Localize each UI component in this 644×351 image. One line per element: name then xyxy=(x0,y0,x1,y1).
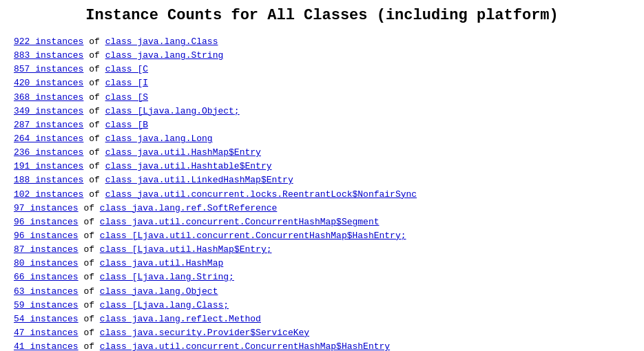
list-item: 63 instances of class java.lang.Object xyxy=(14,285,630,299)
class-link[interactable]: class java.lang.reflect.Method xyxy=(100,314,261,324)
list-item: 191 instances of class java.util.Hashtab… xyxy=(14,160,630,173)
list-item: 922 instances of class java.lang.Class xyxy=(14,35,630,49)
instance-count[interactable]: 96 instances xyxy=(14,231,79,241)
list-item: 264 instances of class java.lang.Long xyxy=(14,132,630,146)
instance-count[interactable]: 54 instances xyxy=(14,314,79,324)
instance-count[interactable]: 66 instances xyxy=(14,272,79,282)
class-link[interactable]: class [B xyxy=(105,120,148,130)
class-link[interactable]: class [Ljava.lang.Class; xyxy=(100,300,229,310)
list-item: 54 instances of class java.lang.reflect.… xyxy=(14,312,630,326)
of-label: of xyxy=(83,50,105,61)
list-item: 368 instances of class [S xyxy=(14,91,630,105)
of-label: of xyxy=(83,189,105,200)
class-link[interactable]: class java.util.concurrent.ConcurrentHas… xyxy=(100,217,380,227)
instance-count[interactable]: 287 instances xyxy=(14,120,83,130)
list-item: 96 instances of class java.util.concurre… xyxy=(14,215,630,229)
instance-count[interactable]: 63 instances xyxy=(14,286,79,297)
class-link[interactable]: class java.lang.Class xyxy=(105,36,218,47)
of-label: of xyxy=(83,92,105,103)
class-link[interactable]: class java.util.concurrent.ConcurrentHas… xyxy=(100,341,390,351)
of-label: of xyxy=(83,120,105,130)
of-label: of xyxy=(83,161,105,171)
class-link[interactable]: class [Ljava.lang.String; xyxy=(100,272,234,282)
page-title: Instance Counts for All Classes (includi… xyxy=(14,7,630,24)
instance-count[interactable]: 87 instances xyxy=(14,244,79,255)
instance-count[interactable]: 420 instances xyxy=(14,78,83,88)
class-link[interactable]: class [S xyxy=(105,92,148,103)
of-label: of xyxy=(83,36,105,47)
list-item: 66 instances of class [Ljava.lang.String… xyxy=(14,270,630,284)
class-link[interactable]: class java.util.concurrent.locks.Reentra… xyxy=(105,189,417,200)
of-label: of xyxy=(83,147,105,158)
class-link[interactable]: class [Ljava.lang.Object; xyxy=(105,106,240,116)
of-label: of xyxy=(83,175,105,185)
class-link[interactable]: class java.lang.String xyxy=(105,50,224,61)
instance-count[interactable]: 188 instances xyxy=(14,175,83,185)
of-label: of xyxy=(79,217,100,227)
list-item: 47 instances of class java.security.Prov… xyxy=(14,326,630,340)
instance-count[interactable]: 97 instances xyxy=(14,203,79,213)
list-item: 349 instances of class [Ljava.lang.Objec… xyxy=(14,105,630,118)
class-link[interactable]: class [I xyxy=(105,78,148,88)
instance-count[interactable]: 96 instances xyxy=(14,217,79,227)
instance-count[interactable]: 236 instances xyxy=(14,147,83,158)
list-item: 59 instances of class [Ljava.lang.Class; xyxy=(14,299,630,312)
class-link[interactable]: class java.lang.Object xyxy=(100,286,218,297)
of-label: of xyxy=(83,134,105,144)
of-label: of xyxy=(79,314,100,324)
list-item: 96 instances of class [Ljava.util.concur… xyxy=(14,229,630,243)
class-link[interactable]: class java.security.Provider$ServiceKey xyxy=(100,328,309,338)
list-item: 857 instances of class [C xyxy=(14,63,630,76)
class-link[interactable]: class java.util.Hashtable$Entry xyxy=(105,161,272,171)
list-item: 80 instances of class java.util.HashMap xyxy=(14,257,630,270)
instance-count[interactable]: 368 instances xyxy=(14,92,83,103)
class-link[interactable]: class [Ljava.util.HashMap$Entry; xyxy=(100,244,272,255)
list-item: 287 instances of class [B xyxy=(14,118,630,132)
instance-count[interactable]: 883 instances xyxy=(14,50,83,61)
instance-count[interactable]: 59 instances xyxy=(14,300,79,310)
of-label: of xyxy=(79,272,100,282)
list-item: 41 instances of class java.util.concurre… xyxy=(14,340,630,351)
class-link[interactable]: class java.lang.Long xyxy=(105,134,213,144)
class-link[interactable]: class java.util.HashMap xyxy=(100,258,223,268)
list-item: 236 instances of class java.util.HashMap… xyxy=(14,146,630,160)
instance-count[interactable]: 264 instances xyxy=(14,134,83,144)
instance-count[interactable]: 191 instances xyxy=(14,161,83,171)
of-label: of xyxy=(83,78,105,88)
list-item: 102 instances of class java.util.concurr… xyxy=(14,188,630,202)
of-label: of xyxy=(79,300,100,310)
list-item: 883 instances of class java.lang.String xyxy=(14,49,630,63)
list-item: 87 instances of class [Ljava.util.HashMa… xyxy=(14,243,630,257)
list-item: 188 instances of class java.util.LinkedH… xyxy=(14,173,630,187)
instance-count[interactable]: 922 instances xyxy=(14,36,83,47)
instance-list: 922 instances of class java.lang.Class88… xyxy=(14,35,630,351)
of-label: of xyxy=(83,64,105,74)
instance-count[interactable]: 349 instances xyxy=(14,106,83,116)
class-link[interactable]: class java.lang.ref.SoftReference xyxy=(100,203,277,213)
instance-count[interactable]: 857 instances xyxy=(14,64,83,74)
list-item: 97 instances of class java.lang.ref.Soft… xyxy=(14,202,630,215)
instance-count[interactable]: 41 instances xyxy=(14,341,79,351)
of-label: of xyxy=(79,231,100,241)
of-label: of xyxy=(79,328,100,338)
of-label: of xyxy=(79,341,100,351)
instance-count[interactable]: 102 instances xyxy=(14,189,83,200)
list-item: 420 instances of class [I xyxy=(14,76,630,90)
instance-count[interactable]: 80 instances xyxy=(14,258,79,268)
class-link[interactable]: class [Ljava.util.concurrent.ConcurrentH… xyxy=(100,231,406,241)
class-link[interactable]: class [C xyxy=(105,64,148,74)
class-link[interactable]: class java.util.HashMap$Entry xyxy=(105,147,261,158)
of-label: of xyxy=(79,203,100,213)
class-link[interactable]: class java.util.LinkedHashMap$Entry xyxy=(105,175,293,185)
of-label: of xyxy=(79,286,100,297)
instance-count[interactable]: 47 instances xyxy=(14,328,79,338)
of-label: of xyxy=(83,106,105,116)
of-label: of xyxy=(79,258,100,268)
of-label: of xyxy=(79,244,100,255)
